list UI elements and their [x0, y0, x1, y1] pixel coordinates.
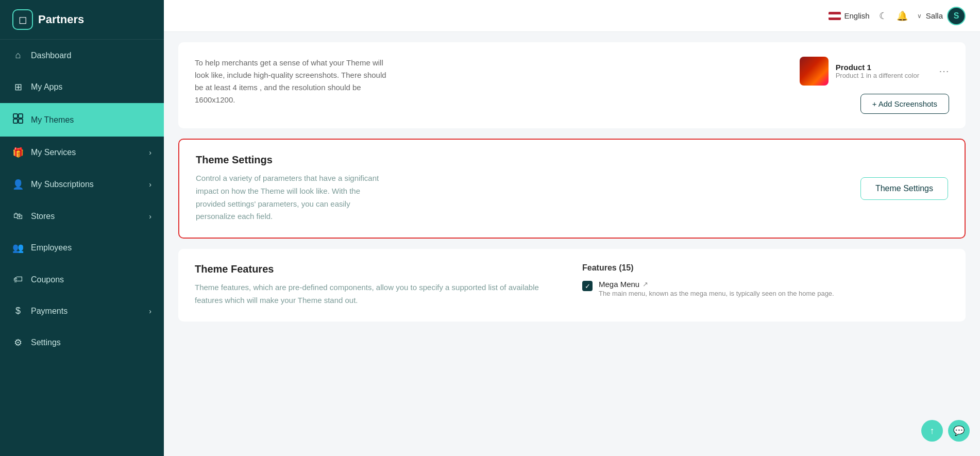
- product-title: Product 1: [836, 63, 919, 72]
- theme-features-inner: Theme Features Theme features, which are…: [195, 263, 949, 307]
- employees-icon: 👥: [12, 242, 24, 254]
- sidebar-logo[interactable]: ◻ Partners: [0, 0, 164, 40]
- apps-icon: ⊞: [12, 81, 24, 93]
- theme-settings-description: Control a variety of parameters that hav…: [196, 172, 392, 223]
- chevron-right-icon: ›: [149, 307, 151, 315]
- main-area: English ☾ 🔔 ∨ Salla S To help merchants …: [164, 0, 980, 456]
- payments-icon: $: [12, 306, 24, 316]
- subscriptions-icon: 👤: [12, 179, 24, 190]
- sidebar-item-label: Coupons: [31, 275, 151, 284]
- theme-settings-card: Theme Settings Control a variety of para…: [178, 139, 966, 239]
- feature-checkbox[interactable]: ✓: [582, 281, 593, 291]
- sidebar-item-label: My Apps: [31, 82, 151, 92]
- content-area: To help merchants get a sense of what yo…: [164, 32, 980, 456]
- us-flag-icon: [829, 12, 841, 20]
- logo-icon: ◻: [12, 9, 33, 30]
- sidebar-item-my-themes[interactable]: My Themes: [0, 103, 164, 137]
- sidebar-item-label: Settings: [31, 338, 151, 347]
- sidebar-item-label: Dashboard: [31, 51, 151, 60]
- sidebar-item-my-apps[interactable]: ⊞ My Apps: [0, 71, 164, 103]
- dark-mode-icon[interactable]: ☾: [879, 10, 887, 22]
- settings-icon: ⚙: [12, 337, 24, 348]
- screenshots-inner: To help merchants get a sense of what yo…: [195, 57, 949, 114]
- features-list-panel: Features (15) ✓ Mega Menu ↗ The main men…: [582, 263, 949, 303]
- themes-icon: [12, 113, 24, 126]
- sidebar-item-label: My Themes: [31, 115, 151, 125]
- theme-settings-text: Theme Settings Control a variety of para…: [196, 154, 392, 223]
- product-info: Product 1 Product 1 in a different color: [836, 63, 919, 79]
- language-label: English: [844, 11, 869, 20]
- sidebar-item-label: My Subscriptions: [31, 180, 142, 189]
- sidebar-item-stores[interactable]: 🛍 Stores ›: [0, 200, 164, 232]
- username-label: Salla: [926, 11, 943, 20]
- theme-settings-inner: Theme Settings Control a variety of para…: [196, 154, 948, 223]
- sidebar-item-employees[interactable]: 👥 Employees: [0, 232, 164, 264]
- svg-rect-3: [19, 119, 23, 123]
- sidebar-item-settings[interactable]: ⚙ Settings: [0, 327, 164, 359]
- services-icon: 🎁: [12, 147, 24, 158]
- app-name: Partners: [38, 13, 84, 26]
- features-description: Theme Features Theme features, which are…: [195, 263, 562, 307]
- sidebar: ◻ Partners ⌂ Dashboard ⊞ My Apps My Them…: [0, 0, 164, 456]
- feature-description: The main menu, known as the mega menu, i…: [599, 290, 834, 297]
- features-heading: Features (15): [582, 263, 949, 273]
- svg-rect-0: [13, 114, 18, 118]
- screenshots-card: To help merchants get a sense of what yo…: [178, 42, 966, 128]
- chat-button[interactable]: 💬: [948, 420, 970, 442]
- topbar: English ☾ 🔔 ∨ Salla S: [164, 0, 980, 32]
- product-thumbnail: [800, 57, 829, 86]
- product-more-icon[interactable]: ⋯: [939, 65, 949, 77]
- scroll-up-button[interactable]: ↑: [921, 420, 943, 442]
- theme-features-card: Theme Features Theme features, which are…: [178, 249, 966, 322]
- features-desc-text: Theme features, which are pre-defined co…: [195, 281, 562, 307]
- chevron-right-icon: ›: [149, 180, 151, 189]
- stores-icon: 🛍: [12, 211, 24, 222]
- sidebar-item-label: Employees: [31, 243, 151, 252]
- sidebar-item-label: Payments: [31, 307, 142, 316]
- dashboard-icon: ⌂: [12, 50, 24, 61]
- screenshots-desc-text: To help merchants get a sense of what yo…: [195, 57, 391, 106]
- sidebar-item-label: My Services: [31, 148, 142, 157]
- sidebar-item-label: Stores: [31, 212, 142, 221]
- add-screenshots-button[interactable]: + Add Screenshots: [860, 94, 949, 114]
- screenshots-description: To help merchants get a sense of what yo…: [195, 57, 800, 106]
- theme-settings-title: Theme Settings: [196, 154, 392, 166]
- sidebar-item-my-services[interactable]: 🎁 My Services ›: [0, 137, 164, 168]
- svg-rect-1: [19, 114, 23, 118]
- language-selector[interactable]: English: [829, 11, 869, 20]
- product-subtitle: Product 1 in a different color: [836, 72, 919, 79]
- sidebar-item-dashboard[interactable]: ⌂ Dashboard: [0, 40, 164, 71]
- notifications-icon[interactable]: 🔔: [897, 10, 908, 22]
- sidebar-item-payments[interactable]: $ Payments ›: [0, 295, 164, 327]
- features-title: Theme Features: [195, 263, 562, 275]
- avatar: S: [947, 7, 966, 25]
- chevron-down-icon: ∨: [917, 12, 922, 20]
- chevron-right-icon: ›: [149, 148, 151, 157]
- svg-rect-2: [13, 119, 18, 123]
- chevron-right-icon: ›: [149, 212, 151, 221]
- feature-name: Mega Menu ↗: [599, 280, 834, 289]
- user-menu[interactable]: ∨ Salla S: [917, 7, 966, 25]
- screenshots-right-panel: Product 1 Product 1 in a different color…: [800, 57, 949, 114]
- product-item: Product 1 Product 1 in a different color…: [800, 57, 949, 86]
- sidebar-item-my-subscriptions[interactable]: 👤 My Subscriptions ›: [0, 168, 164, 200]
- feature-text: Mega Menu ↗ The main menu, known as the …: [599, 280, 834, 297]
- sidebar-item-coupons[interactable]: 🏷 Coupons: [0, 264, 164, 295]
- external-link-icon[interactable]: ↗: [643, 280, 648, 288]
- theme-settings-button[interactable]: Theme Settings: [860, 177, 948, 200]
- coupons-icon: 🏷: [12, 274, 24, 285]
- feature-item: ✓ Mega Menu ↗ The main menu, known as th…: [582, 280, 949, 297]
